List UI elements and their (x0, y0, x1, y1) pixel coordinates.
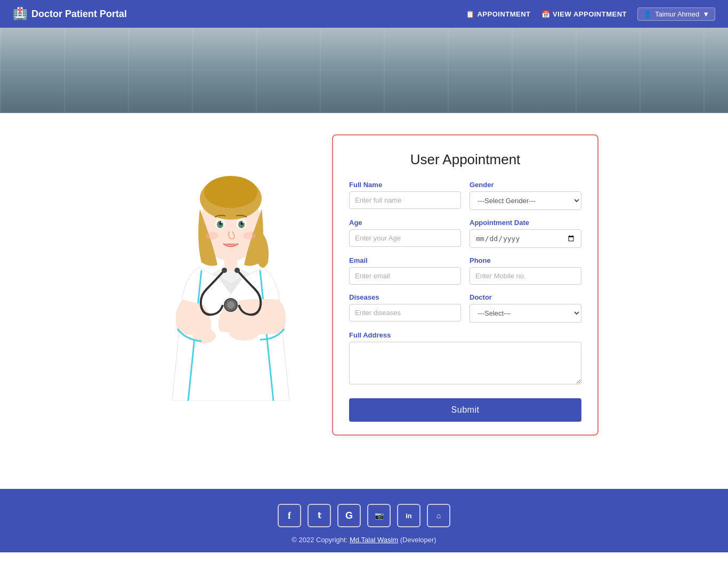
user-menu[interactable]: 👤 Taimur Ahmed ▼ (637, 7, 715, 21)
svg-point-5 (229, 325, 259, 341)
diseases-group: Diseases (349, 293, 461, 323)
svg-point-21 (234, 268, 240, 273)
view-appointment-label: VIEW APPOINTMENT (553, 10, 627, 18)
user-icon: 👤 (643, 10, 652, 18)
github-icon[interactable]: ⌂ (427, 504, 450, 527)
appointment-date-label: Appointment Date (470, 219, 581, 227)
svg-point-9 (204, 176, 257, 208)
developer-suffix: (Developer) (400, 536, 436, 544)
svg-point-16 (221, 222, 223, 223)
gender-label: Gender (470, 181, 581, 189)
diseases-input[interactable] (349, 304, 461, 321)
appointment-label: APPOINTMENT (477, 10, 530, 18)
instagram-icon[interactable]: 📷 (367, 504, 391, 527)
appointment-link[interactable]: 📋 APPOINTMENT (466, 10, 531, 18)
form-title: User Appointment (349, 151, 581, 168)
svg-point-17 (242, 222, 244, 223)
spacer (0, 457, 728, 489)
main-content: User Appointment Full Name Gender ---Sel… (0, 113, 728, 457)
age-label: Age (349, 219, 461, 227)
age-input[interactable] (349, 229, 461, 247)
copyright-text: © 2022 Copyright: (292, 536, 347, 544)
hero-banner (0, 28, 728, 113)
navbar: 🏥 Doctor Patient Portal 📋 APPOINTMENT 📅 … (0, 0, 728, 28)
google-icon[interactable]: G (337, 504, 361, 527)
svg-point-20 (222, 268, 227, 273)
email-group: Email (349, 256, 461, 285)
doctor-image (145, 145, 316, 401)
svg-point-19 (243, 232, 256, 239)
user-name: Taimur Ahmed (655, 10, 699, 18)
svg-point-18 (206, 232, 219, 239)
brand: 🏥 Doctor Patient Portal (13, 7, 127, 21)
twitter-icon[interactable]: 𝕥 (308, 504, 331, 527)
form-row-2: Age Appointment Date (349, 219, 581, 248)
navbar-links: 📋 APPOINTMENT 📅 VIEW APPOINTMENT 👤 Taimu… (466, 7, 715, 21)
form-row-5: Full Address (349, 331, 581, 384)
full-name-label: Full Name (349, 181, 461, 189)
linkedin-icon[interactable]: in (397, 504, 420, 527)
address-label: Full Address (349, 331, 581, 339)
submit-button[interactable]: Submit (349, 398, 581, 422)
full-name-group: Full Name (349, 181, 461, 210)
phone-label: Phone (470, 256, 581, 264)
doctor-image-side (130, 134, 332, 401)
developer-link[interactable]: Md.Talal Wasim (350, 536, 398, 544)
phone-input[interactable] (470, 267, 581, 285)
appointment-form-card: User Appointment Full Name Gender ---Sel… (332, 134, 598, 436)
hero-ceiling-decoration (0, 28, 728, 113)
form-row-3: Email Phone (349, 256, 581, 285)
email-input[interactable] (349, 267, 461, 285)
chevron-down-icon: ▼ (702, 10, 709, 18)
phone-group: Phone (470, 256, 581, 285)
social-icons-row: f 𝕥 G 📷 in ⌂ (278, 504, 450, 527)
appointment-date-input[interactable] (470, 229, 581, 248)
svg-point-23 (227, 301, 234, 309)
brand-name: Doctor Patient Portal (31, 9, 127, 20)
doctor-select[interactable]: ---Select--- (470, 304, 581, 323)
facebook-icon[interactable]: f (278, 504, 301, 527)
appointment-icon: 📋 (466, 10, 475, 18)
email-label: Email (349, 256, 461, 264)
full-name-input[interactable] (349, 191, 461, 209)
appointment-date-group: Appointment Date (470, 219, 581, 248)
gender-group: Gender ---Select Gender--- Male Female O… (470, 181, 581, 210)
view-appointment-link[interactable]: 📅 VIEW APPOINTMENT (541, 10, 627, 18)
footer: f 𝕥 G 📷 in ⌂ © 2022 Copyright: Md.Talal … (0, 489, 728, 552)
address-textarea[interactable] (349, 342, 581, 384)
view-appointment-icon: 📅 (541, 10, 551, 18)
form-row-1: Full Name Gender ---Select Gender--- Mal… (349, 181, 581, 210)
address-group: Full Address (349, 331, 581, 384)
form-row-4: Diseases Doctor ---Select--- (349, 293, 581, 323)
age-group: Age (349, 219, 461, 248)
brand-icon: 🏥 (13, 7, 27, 21)
gender-select[interactable]: ---Select Gender--- Male Female Other (470, 191, 581, 210)
doctor-group: Doctor ---Select--- (470, 293, 581, 323)
doctor-label: Doctor (470, 293, 581, 301)
diseases-label: Diseases (349, 293, 461, 301)
footer-copyright: © 2022 Copyright: Md.Talal Wasim (Develo… (292, 536, 436, 544)
